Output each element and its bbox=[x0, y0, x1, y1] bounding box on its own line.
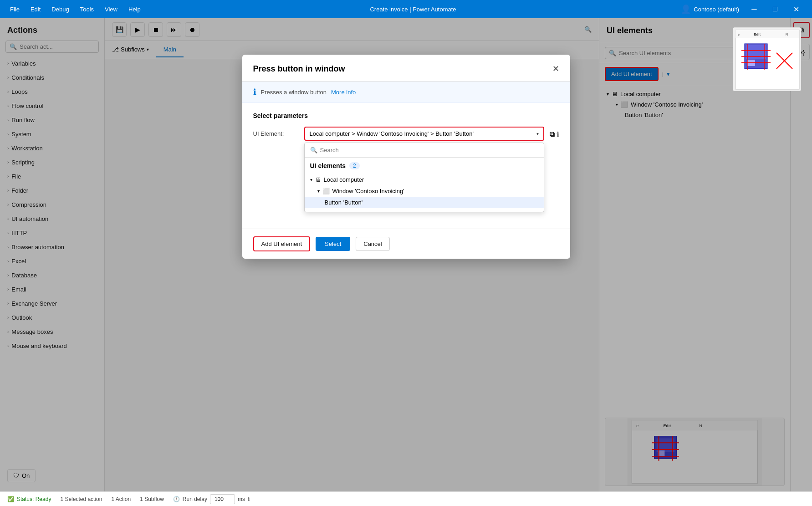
field-action-icons: ⧉ ℹ bbox=[550, 127, 559, 139]
window-title: Create invoice | Power Automate bbox=[370, 6, 456, 13]
modal-overlay: Press button in window ✕ ℹ Presses a win… bbox=[0, 18, 812, 491]
dropdown-window-label: Window 'Contoso Invoicing' bbox=[332, 188, 404, 194]
info-icon: ℹ bbox=[248, 496, 250, 502]
modal-title: Press button in window bbox=[253, 64, 345, 74]
menu-view[interactable]: View bbox=[100, 4, 122, 15]
info-icon[interactable]: ℹ bbox=[557, 130, 559, 139]
run-delay-unit: ms bbox=[238, 496, 245, 502]
clock-icon: 🕐 bbox=[173, 496, 180, 502]
menu-file[interactable]: File bbox=[5, 4, 24, 15]
titlebar-menu: File Edit Debug Tools View Help bbox=[5, 4, 145, 15]
svg-text:Edit: Edit bbox=[754, 32, 761, 36]
info-circle-icon: ℹ bbox=[253, 87, 256, 97]
user-icon: 👤 bbox=[681, 4, 691, 14]
ui-element-field: Local computer > Window 'Contoso Invoici… bbox=[304, 127, 544, 212]
dropdown-tree-window[interactable]: ▾ ⬜ Window 'Contoso Invoicing' bbox=[305, 185, 544, 197]
dropdown-value: Local computer > Window 'Contoso Invoici… bbox=[310, 130, 533, 137]
element-preview-area: e Edit N bbox=[733, 27, 801, 91]
more-info-link[interactable]: More info bbox=[331, 89, 356, 96]
chevron-icon: ▾ bbox=[310, 177, 312, 182]
ui-element-dropdown-popup: 🔍 UI elements 2 ▾ 🖥 Local computer bbox=[304, 143, 544, 212]
user-info: 👤 Contoso (default) bbox=[681, 4, 739, 14]
modal-select-button[interactable]: Select bbox=[316, 237, 350, 251]
dropdown-search-container: 🔍 bbox=[305, 143, 544, 158]
modal-press-button: Press button in window ✕ ℹ Presses a win… bbox=[242, 55, 570, 259]
dropdown-tree: ▾ 🖥 Local computer ▾ ⬜ Window 'Contoso I… bbox=[305, 174, 544, 212]
titlebar: File Edit Debug Tools View Help Create i… bbox=[0, 0, 812, 18]
svg-rect-16 bbox=[735, 30, 799, 38]
statusbar: ✅ Status: Ready 1 Selected action 1 Acti… bbox=[0, 491, 812, 506]
modal-header: Press button in window ✕ bbox=[242, 55, 570, 82]
dropdown-search-input[interactable] bbox=[320, 147, 538, 153]
computer-icon: 🖥 bbox=[315, 176, 321, 183]
modal-description: ℹ Presses a window button More info bbox=[242, 82, 570, 103]
element-preview-svg: e Edit N bbox=[733, 28, 801, 91]
close-button[interactable]: ✕ bbox=[786, 0, 807, 18]
subflow-count: 1 Subflow bbox=[140, 496, 164, 502]
status-indicator: ✅ Status: Ready bbox=[7, 496, 51, 502]
dropdown-local-computer-label: Local computer bbox=[324, 176, 364, 183]
search-icon: 🔍 bbox=[310, 147, 317, 153]
menu-help[interactable]: Help bbox=[124, 4, 145, 15]
user-name: Contoso (default) bbox=[694, 6, 739, 13]
maximize-button[interactable]: □ bbox=[765, 0, 786, 18]
menu-tools[interactable]: Tools bbox=[76, 4, 98, 15]
ui-element-dropdown[interactable]: Local computer > Window 'Contoso Invoici… bbox=[304, 127, 544, 141]
modal-close-button[interactable]: ✕ bbox=[552, 64, 559, 74]
modal-body: Select parameters UI Element: Local comp… bbox=[242, 103, 570, 229]
menu-debug[interactable]: Debug bbox=[47, 4, 73, 15]
status-text: Status: Ready bbox=[17, 496, 51, 502]
chevron-icon: ▾ bbox=[317, 189, 320, 194]
chevron-down-icon: ▾ bbox=[536, 131, 539, 136]
description-text: Presses a window button bbox=[261, 89, 327, 96]
menu-edit[interactable]: Edit bbox=[26, 4, 45, 15]
run-delay-input[interactable] bbox=[210, 494, 235, 504]
window-controls: ─ □ ✕ bbox=[744, 0, 807, 18]
modal-section-title: Select parameters bbox=[253, 112, 559, 119]
ui-element-label: UI Element: bbox=[253, 127, 299, 137]
titlebar-right: 👤 Contoso (default) ─ □ ✕ bbox=[681, 0, 807, 18]
dropdown-button-label: Button 'Button' bbox=[325, 199, 363, 206]
layers-icon[interactable]: ⧉ bbox=[550, 130, 555, 138]
ui-elements-count-badge: 2 bbox=[349, 162, 360, 169]
dropdown-tree-local-computer[interactable]: ▾ 🖥 Local computer bbox=[305, 174, 544, 185]
ui-element-form-row: UI Element: Local computer > Window 'Con… bbox=[253, 127, 559, 212]
dropdown-ui-elements-header: UI elements 2 bbox=[305, 158, 544, 174]
modal-cancel-button[interactable]: Cancel bbox=[356, 237, 389, 251]
window-icon: ⬜ bbox=[322, 188, 330, 194]
run-delay-container: 🕐 Run delay ms ℹ bbox=[173, 494, 250, 504]
svg-text:N: N bbox=[786, 33, 788, 36]
svg-text:e: e bbox=[738, 33, 740, 36]
modal-add-ui-button[interactable]: Add UI element bbox=[253, 236, 311, 251]
action-count: 1 Action bbox=[111, 496, 131, 502]
run-delay-label: Run delay bbox=[183, 496, 207, 502]
check-icon: ✅ bbox=[7, 496, 14, 502]
minimize-button[interactable]: ─ bbox=[744, 0, 765, 18]
modal-footer: Add UI element Select Cancel bbox=[242, 229, 570, 259]
dropdown-tree-button[interactable]: Button 'Button' bbox=[305, 197, 544, 208]
selected-action-count: 1 Selected action bbox=[60, 496, 102, 502]
ui-elements-dropdown-label: UI elements bbox=[310, 162, 346, 169]
